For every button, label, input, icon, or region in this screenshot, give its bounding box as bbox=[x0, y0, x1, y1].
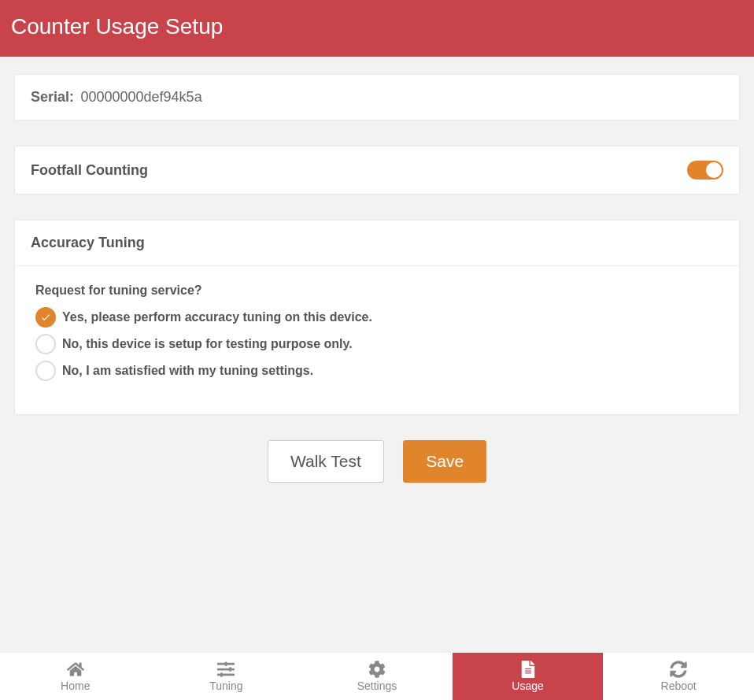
nav-tuning[interactable]: Tuning bbox=[151, 653, 302, 700]
nav-label: Usage bbox=[512, 680, 543, 692]
sliders-icon bbox=[217, 661, 235, 678]
footfall-card: Footfall Counting bbox=[14, 146, 740, 194]
accuracy-title: Accuracy Tuning bbox=[15, 220, 739, 266]
file-icon bbox=[519, 661, 537, 678]
nav-home[interactable]: Home bbox=[0, 653, 151, 700]
serial-label: Serial: bbox=[31, 89, 74, 105]
radio-label: No, this device is setup for testing pur… bbox=[62, 337, 353, 351]
nav-usage[interactable]: Usage bbox=[453, 653, 604, 700]
accuracy-body: Request for tuning service? Yes, please … bbox=[15, 266, 739, 414]
radio-option-yes[interactable]: Yes, please perform accuracy tuning on t… bbox=[35, 307, 719, 328]
gear-icon bbox=[368, 661, 386, 678]
nav-reboot[interactable]: Reboot bbox=[603, 653, 754, 700]
nav-label: Settings bbox=[357, 680, 397, 692]
save-button[interactable]: Save bbox=[403, 440, 486, 483]
action-row: Walk Test Save bbox=[14, 440, 740, 483]
nav-settings[interactable]: Settings bbox=[301, 653, 453, 700]
radio-option-satisfied[interactable]: No, I am satisfied with my tuning settin… bbox=[35, 361, 719, 381]
footfall-label: Footfall Counting bbox=[31, 162, 148, 179]
content-area: Serial: 00000000def94k5a Footfall Counti… bbox=[0, 57, 754, 500]
serial-card: Serial: 00000000def94k5a bbox=[14, 74, 740, 120]
radio-indicator bbox=[35, 307, 56, 328]
check-icon bbox=[40, 312, 51, 323]
radio-indicator bbox=[35, 361, 56, 381]
walk-test-button[interactable]: Walk Test bbox=[268, 440, 384, 483]
refresh-icon bbox=[670, 661, 687, 678]
accuracy-card: Accuracy Tuning Request for tuning servi… bbox=[14, 220, 740, 415]
nav-label: Reboot bbox=[661, 680, 697, 692]
toggle-knob bbox=[706, 162, 722, 178]
serial-value: 00000000def94k5a bbox=[80, 89, 201, 105]
bottom-nav: Home Tuning Settings Usage Reboot bbox=[0, 652, 754, 700]
nav-label: Tuning bbox=[209, 680, 242, 692]
radio-label: No, I am satisfied with my tuning settin… bbox=[62, 364, 313, 378]
tuning-question: Request for tuning service? bbox=[35, 283, 719, 298]
page-title: Counter Usage Setup bbox=[11, 14, 223, 39]
footfall-toggle[interactable] bbox=[687, 161, 723, 180]
radio-option-testing[interactable]: No, this device is setup for testing pur… bbox=[35, 334, 719, 354]
radio-label: Yes, please perform accuracy tuning on t… bbox=[62, 310, 372, 324]
nav-label: Home bbox=[61, 680, 90, 692]
radio-indicator bbox=[35, 334, 56, 354]
home-icon bbox=[67, 661, 84, 678]
page-header: Counter Usage Setup bbox=[0, 0, 754, 57]
